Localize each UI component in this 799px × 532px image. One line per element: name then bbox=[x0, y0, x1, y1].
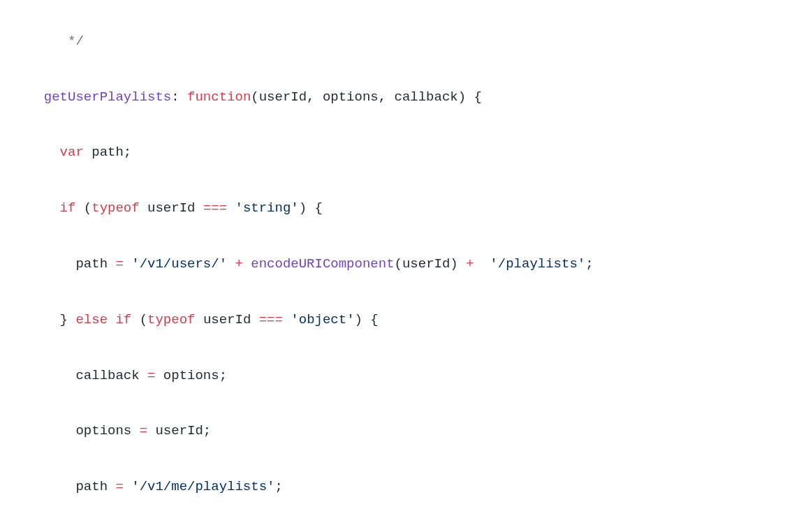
code-text: path bbox=[75, 479, 115, 494]
string-literal: 'string' bbox=[227, 200, 299, 216]
code-line: options = userId; bbox=[28, 418, 771, 445]
string-literal: '/playlists' bbox=[482, 256, 585, 272]
code-text: ; bbox=[274, 479, 282, 494]
keyword-else: else bbox=[75, 312, 108, 327]
operator: === bbox=[259, 312, 283, 327]
code-line: var path; bbox=[28, 139, 771, 167]
code-text: userId; bbox=[147, 423, 211, 438]
code-line: path = '/v1/users/' + encodeURIComponent… bbox=[28, 251, 771, 279]
comment: */ bbox=[68, 34, 84, 49]
code-text: options bbox=[75, 423, 139, 438]
code-text: ; bbox=[585, 256, 593, 272]
code-line: } /* undefined */ else { bbox=[28, 529, 771, 532]
code-line: if (typeof userId === 'string') { bbox=[28, 195, 771, 223]
code-text: ( bbox=[131, 312, 147, 327]
string-literal: 'object' bbox=[283, 312, 355, 327]
code-text: options; bbox=[155, 368, 227, 383]
operator: = bbox=[115, 256, 123, 272]
keyword-typeof: typeof bbox=[91, 200, 139, 216]
code-text: } bbox=[60, 312, 76, 327]
code-line: */ bbox=[28, 28, 771, 56]
operator: === bbox=[203, 200, 227, 216]
string-literal: '/v1/me/playlists' bbox=[124, 479, 275, 494]
code-line: path = '/v1/me/playlists'; bbox=[28, 473, 771, 501]
code-text: (userId) bbox=[395, 256, 458, 272]
code-line: getUserPlaylists: function(userId, optio… bbox=[28, 84, 771, 112]
operator: = bbox=[147, 368, 155, 383]
code-line: callback = options; bbox=[28, 362, 771, 390]
keyword-if: if bbox=[108, 312, 131, 327]
code-text: : bbox=[171, 89, 179, 105]
operator: = bbox=[115, 479, 123, 494]
code-text: path; bbox=[84, 145, 131, 160]
code-text: userId bbox=[140, 200, 203, 216]
code-text: ) { bbox=[299, 200, 323, 216]
code-text: ) { bbox=[355, 312, 379, 327]
code-text: userId bbox=[195, 312, 258, 327]
string-literal: '/v1/users/' bbox=[124, 256, 227, 272]
code-text: callback bbox=[75, 368, 147, 383]
code-text: (userId, options, callback) { bbox=[251, 89, 482, 105]
code-text: ( bbox=[75, 200, 91, 216]
keyword-if: if bbox=[60, 200, 76, 216]
method-name: getUserPlaylists bbox=[44, 89, 171, 105]
keyword-typeof: typeof bbox=[147, 312, 195, 327]
function-call: encodeURIComponent bbox=[251, 256, 394, 272]
code-block: */ getUserPlaylists: function(userId, op… bbox=[0, 0, 799, 532]
keyword-var: var bbox=[60, 145, 84, 160]
operator: + bbox=[227, 256, 251, 272]
operator: = bbox=[140, 423, 147, 438]
code-text: path bbox=[75, 256, 115, 272]
code-line: } else if (typeof userId === 'object') { bbox=[28, 306, 771, 334]
operator: + bbox=[458, 256, 482, 272]
keyword-function: function bbox=[187, 89, 251, 105]
